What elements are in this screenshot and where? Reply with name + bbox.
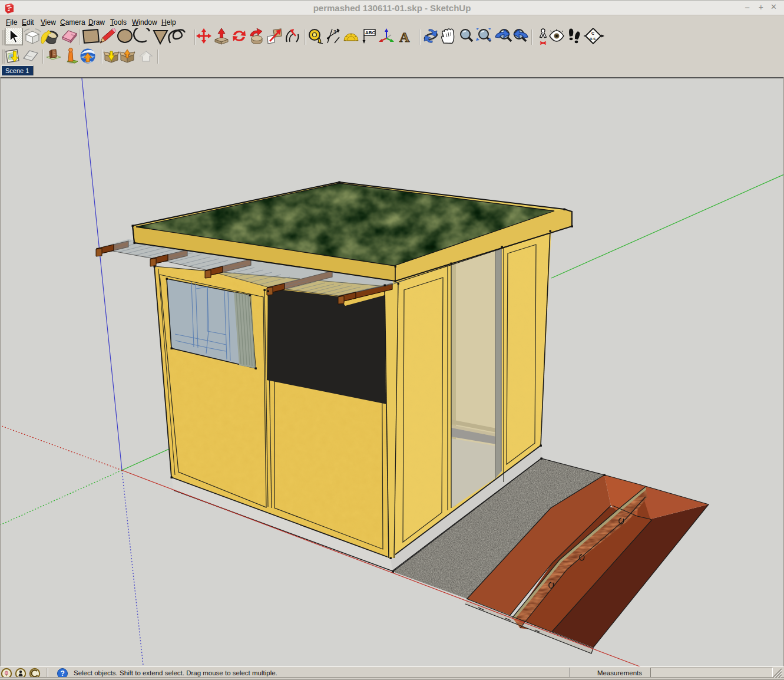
svg-text:A: A [399, 29, 410, 45]
svg-text:R-S: R-S [590, 37, 596, 41]
svg-text:?: ? [61, 669, 65, 678]
svg-text:C: C [591, 31, 594, 35]
svg-text:ABC: ABC [365, 30, 376, 35]
svg-text:3: 3 [333, 29, 336, 35]
